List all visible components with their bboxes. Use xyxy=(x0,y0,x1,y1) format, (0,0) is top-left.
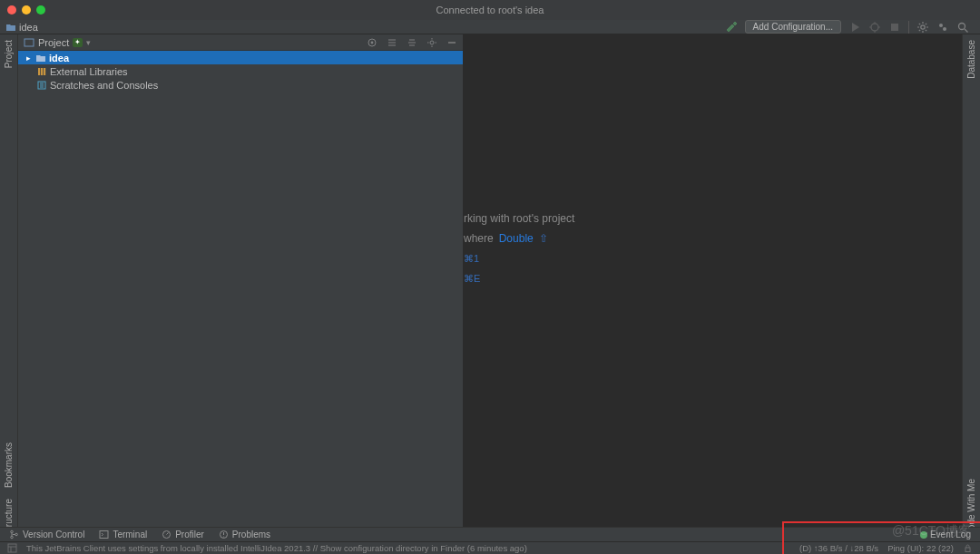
tool-tab-label: Profiler xyxy=(175,530,204,539)
hint-text: rking with root's project xyxy=(464,212,574,225)
tool-tab-bookmarks[interactable]: Bookmarks xyxy=(4,437,14,493)
tool-tab-label: Terminal xyxy=(113,530,147,539)
svg-line-12 xyxy=(926,29,926,30)
svg-line-13 xyxy=(919,29,920,30)
project-pane-header: Project ✦ ▾ xyxy=(18,34,463,51)
svg-point-34 xyxy=(15,533,18,536)
tree-node-external-libraries[interactable]: External Libraries xyxy=(18,64,463,78)
svg-rect-19 xyxy=(24,39,34,46)
tool-tab-label: Problems xyxy=(232,530,270,539)
svg-point-39 xyxy=(223,536,224,537)
build-icon[interactable] xyxy=(725,21,738,34)
tree-node-root[interactable]: ▸ idea xyxy=(18,51,463,64)
tree-node-scratches[interactable]: Scratches and Consoles xyxy=(18,78,463,92)
expand-arrow-icon[interactable]: ▸ xyxy=(24,53,33,63)
svg-rect-30 xyxy=(44,68,45,75)
svg-rect-35 xyxy=(100,531,108,539)
title-bar: Connected to root's idea xyxy=(0,0,980,20)
hint-link-search-everywhere[interactable]: Double xyxy=(499,232,534,245)
project-view-icon xyxy=(24,37,34,48)
select-opened-file-icon[interactable] xyxy=(367,37,377,48)
tool-windows-icon[interactable] xyxy=(7,543,17,553)
minimize-window-button[interactable] xyxy=(22,5,31,15)
right-tool-gutter: Database Code With Me xyxy=(962,34,980,541)
svg-point-0 xyxy=(871,24,878,31)
pane-settings-icon[interactable] xyxy=(426,37,437,48)
svg-point-17 xyxy=(959,23,965,29)
window-title: Connected to root's idea xyxy=(436,5,544,15)
navigation-bar: idea Add Configuration... xyxy=(0,20,980,34)
welcome-hints: rking with root's project where Double ⇧… xyxy=(464,209,574,288)
svg-line-11 xyxy=(919,23,920,24)
tool-tab-terminal[interactable]: Terminal xyxy=(99,530,147,539)
separator xyxy=(908,21,909,34)
left-tool-gutter: Project Bookmarks Structure xyxy=(0,34,18,541)
keyboard-shortcut: ⌘1 xyxy=(464,253,479,265)
tree-node-label: External Libraries xyxy=(50,66,128,77)
tool-tab-project[interactable]: Project xyxy=(4,34,14,73)
collapse-all-icon[interactable] xyxy=(407,37,417,48)
branch-icon xyxy=(9,530,19,539)
folder-icon xyxy=(35,53,46,63)
status-bar: This JetBrains Client uses settings from… xyxy=(0,541,980,554)
stop-icon[interactable] xyxy=(888,21,901,34)
svg-point-22 xyxy=(430,41,434,44)
svg-rect-5 xyxy=(891,24,898,31)
keyboard-shortcut: ⌘E xyxy=(464,273,480,285)
add-configuration-button[interactable]: Add Configuration... xyxy=(745,20,841,34)
svg-point-15 xyxy=(939,24,943,27)
project-tree: ▸ idea External Libraries Scratches and … xyxy=(18,51,463,92)
expand-all-icon[interactable] xyxy=(387,37,397,48)
hint-text: where xyxy=(464,232,494,245)
search-icon[interactable] xyxy=(956,21,969,34)
dropdown-arrow-icon[interactable]: ▾ xyxy=(86,38,91,47)
event-log-status-icon xyxy=(920,531,927,539)
svg-rect-28 xyxy=(38,68,40,75)
tool-tab-event-log[interactable]: Event Log xyxy=(920,530,971,539)
breadcrumb-project[interactable]: idea xyxy=(19,22,38,33)
status-message[interactable]: This JetBrains Client uses settings from… xyxy=(26,543,527,553)
tool-tab-problems[interactable]: Problems xyxy=(219,530,270,539)
debug-icon[interactable] xyxy=(868,21,881,34)
svg-point-33 xyxy=(11,536,14,539)
svg-point-6 xyxy=(921,24,925,28)
project-pane-title[interactable]: Project xyxy=(38,37,69,48)
svg-line-18 xyxy=(965,29,968,33)
svg-line-14 xyxy=(926,23,926,24)
terminal-icon xyxy=(99,530,109,539)
svg-rect-43 xyxy=(965,548,970,552)
code-with-me-icon[interactable] xyxy=(936,21,949,34)
tree-node-label: idea xyxy=(49,53,69,63)
profiler-icon xyxy=(162,530,172,539)
svg-point-32 xyxy=(11,530,14,533)
shift-key-icon: ⇧ xyxy=(539,232,548,245)
svg-point-21 xyxy=(371,41,374,44)
project-tool-window: Project ✦ ▾ ▸ idea External Libraries Sc… xyxy=(18,34,464,527)
lock-icon[interactable] xyxy=(963,543,973,553)
status-network: (D) ↑36 B/s / ↓28 B/s xyxy=(799,543,878,553)
hide-pane-icon[interactable] xyxy=(446,37,457,48)
status-ping: Ping (UI): 22 (22) xyxy=(887,543,954,553)
project-folder-icon xyxy=(5,22,16,33)
problems-icon xyxy=(219,530,229,539)
bottom-tool-strip: Version Control Terminal Profiler Proble… xyxy=(0,527,980,541)
maximize-window-button[interactable] xyxy=(36,5,45,15)
close-window-button[interactable] xyxy=(7,5,16,15)
tool-tab-version-control[interactable]: Version Control xyxy=(9,530,84,539)
tool-tab-profiler[interactable]: Profiler xyxy=(162,530,204,539)
tool-tab-database[interactable]: Database xyxy=(966,34,976,84)
new-badge: ✦ xyxy=(73,38,83,47)
editor-area: rking with root's project where Double ⇧… xyxy=(464,34,962,527)
library-icon xyxy=(36,66,47,77)
window-controls xyxy=(0,5,45,15)
svg-rect-40 xyxy=(8,544,16,552)
settings-gear-icon[interactable] xyxy=(916,21,929,34)
run-icon[interactable] xyxy=(848,21,861,34)
svg-rect-29 xyxy=(41,68,43,75)
tool-tab-label: Version Control xyxy=(23,530,84,539)
scratches-icon xyxy=(36,80,47,91)
tree-node-label: Scratches and Consoles xyxy=(50,80,158,91)
tool-tab-label: Event Log xyxy=(930,530,971,539)
svg-point-16 xyxy=(943,27,946,31)
